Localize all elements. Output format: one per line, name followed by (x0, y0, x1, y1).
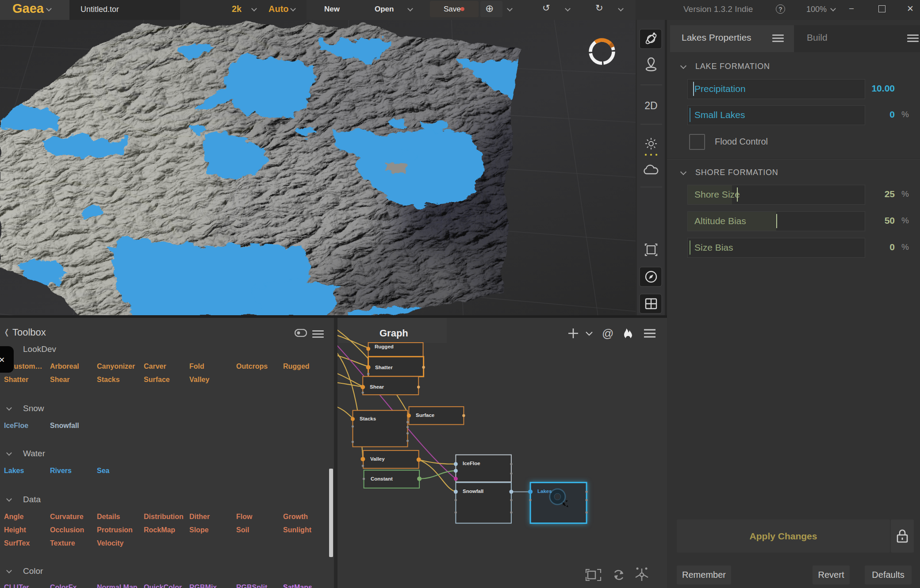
svg-text:2D: 2D (644, 100, 657, 111)
svg-text:Valley: Valley (370, 456, 385, 462)
svg-text:Shear: Shear (370, 384, 384, 389)
svg-text:Surface: Surface (416, 412, 434, 418)
svg-text:Lakes: Lakes (537, 489, 552, 494)
svg-text:Snowfall: Snowfall (463, 489, 483, 494)
svg-text:Stacks: Stacks (360, 416, 376, 421)
svg-text:IceFloe: IceFloe (463, 461, 480, 466)
svg-text:@: @ (602, 327, 613, 340)
svg-text:Shatter: Shatter (375, 365, 393, 370)
svg-text:Graph: Graph (380, 328, 408, 339)
svg-text:Rugged: Rugged (375, 344, 394, 349)
svg-text:Constant: Constant (371, 476, 393, 481)
